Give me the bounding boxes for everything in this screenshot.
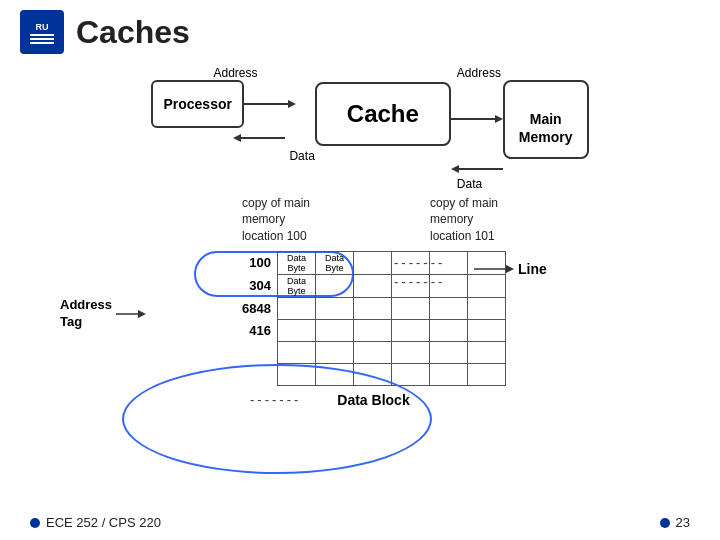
cell-e1-4	[391, 341, 429, 363]
cell-416-5	[429, 319, 467, 341]
table-row: 100 DataByte DataByte	[240, 251, 505, 274]
cache-table-wrapper: 100 DataByte DataByte 304 DataByte	[160, 251, 506, 386]
table-row	[240, 363, 505, 385]
cell-e1-1	[277, 341, 315, 363]
address-tag-group: Address Tag	[60, 297, 146, 331]
svg-rect-4	[30, 42, 54, 44]
cell-100-3	[353, 251, 391, 274]
data-block-label: Data Block	[337, 392, 409, 408]
cell-6848-3	[353, 297, 391, 319]
cache-table: 100 DataByte DataByte 304 DataByte	[240, 251, 506, 386]
university-logo: RU	[20, 10, 64, 54]
addr-arrow-right	[244, 94, 296, 114]
data-arrow-left	[233, 128, 285, 148]
main-memory-box: Main Memory	[503, 80, 589, 159]
cell-100-2: DataByte	[315, 251, 353, 274]
cell-e2-6	[467, 363, 505, 385]
line-arrow-svg	[474, 259, 514, 279]
svg-rect-2	[30, 34, 54, 36]
address-tag-arrow	[116, 304, 146, 324]
cell-e1-3	[353, 341, 391, 363]
svg-rect-3	[30, 38, 54, 40]
data-arrow-left2	[451, 159, 503, 179]
addr-arrow-right2	[451, 109, 503, 129]
svg-rect-0	[24, 14, 60, 50]
cell-e1-6	[467, 341, 505, 363]
row-label-6848: 6848	[240, 297, 277, 319]
row-label-empty2	[240, 363, 277, 385]
data-label-right: Data	[457, 177, 482, 191]
cell-304-3	[353, 274, 391, 297]
table-row: 304 DataByte	[240, 274, 505, 297]
cell-416-2	[315, 319, 353, 341]
dashes-2: -------	[394, 274, 445, 289]
row-label-416: 416	[240, 319, 277, 341]
address-tag-label: Address Tag	[60, 297, 112, 331]
copy-text-left: copy of main memory location 100	[242, 195, 310, 245]
line-label: Line	[518, 261, 547, 277]
data-label-left: Data	[289, 149, 314, 163]
header: RU Caches	[0, 0, 720, 64]
cell-6848-4	[391, 297, 429, 319]
page-title: Caches	[76, 14, 190, 51]
footer-dot-left	[30, 518, 40, 528]
svg-marker-8	[233, 134, 241, 142]
cell-e2-3	[353, 363, 391, 385]
cell-416-6	[467, 319, 505, 341]
cell-304-2	[315, 274, 353, 297]
svg-marker-10	[495, 115, 503, 123]
cell-e1-5	[429, 341, 467, 363]
table-row	[240, 341, 505, 363]
cell-e2-2	[315, 363, 353, 385]
processor-box: Processor	[151, 80, 243, 128]
cell-e1-2	[315, 341, 353, 363]
address-label-left: Address	[213, 66, 257, 80]
footer-course: ECE 252 / CPS 220	[30, 515, 161, 530]
cell-6848-2	[315, 297, 353, 319]
footer-page: 23	[660, 515, 690, 530]
svg-text:RU: RU	[36, 22, 49, 32]
table-row: 6848	[240, 297, 505, 319]
dashes-1: -------	[394, 255, 445, 270]
row-label-empty1	[240, 341, 277, 363]
cell-100-1: DataByte	[277, 251, 315, 274]
copy-text-row: copy of main memory location 100 copy of…	[50, 195, 690, 245]
cell-416-4	[391, 319, 429, 341]
data-block-row: ------- Data Block	[250, 392, 690, 408]
line-arrow-group: Line	[474, 259, 547, 279]
table-row: 416	[240, 319, 505, 341]
svg-marker-16	[506, 265, 514, 273]
right-dashes-group: ------- ------- Line	[394, 255, 445, 289]
cell-6848-5	[429, 297, 467, 319]
main-content: Address Processor Data	[0, 64, 720, 408]
cache-box: Cache	[315, 82, 451, 146]
cache-group: Cache	[315, 82, 451, 146]
course-label: ECE 252 / CPS 220	[46, 515, 161, 530]
processor-group: Address Processor Data	[151, 66, 314, 163]
bottom-dashes: -------	[250, 392, 301, 407]
cache-table-section: Address Tag 100 DataByte DataByte	[60, 251, 690, 386]
main-memory-label: Main Memory	[519, 111, 573, 145]
footer-dot-right	[660, 518, 670, 528]
svg-marker-6	[288, 100, 296, 108]
row-label-100: 100	[240, 251, 277, 274]
footer: ECE 252 / CPS 220 23	[0, 515, 720, 530]
copy-text-right: copy of main memory location 101	[430, 195, 498, 245]
svg-marker-12	[451, 165, 459, 173]
cell-e2-5	[429, 363, 467, 385]
cache-mm-arrows: Address Main Memory Data	[451, 66, 589, 191]
row-label-304: 304	[240, 274, 277, 297]
page-number: 23	[676, 515, 690, 530]
cell-416-3	[353, 319, 391, 341]
cell-e2-1	[277, 363, 315, 385]
cell-304-1: DataByte	[277, 274, 315, 297]
cell-416-1	[277, 319, 315, 341]
svg-marker-14	[138, 310, 146, 318]
cell-6848-6	[467, 297, 505, 319]
address-label-right: Address	[457, 66, 501, 80]
cell-e2-4	[391, 363, 429, 385]
cell-6848-1	[277, 297, 315, 319]
